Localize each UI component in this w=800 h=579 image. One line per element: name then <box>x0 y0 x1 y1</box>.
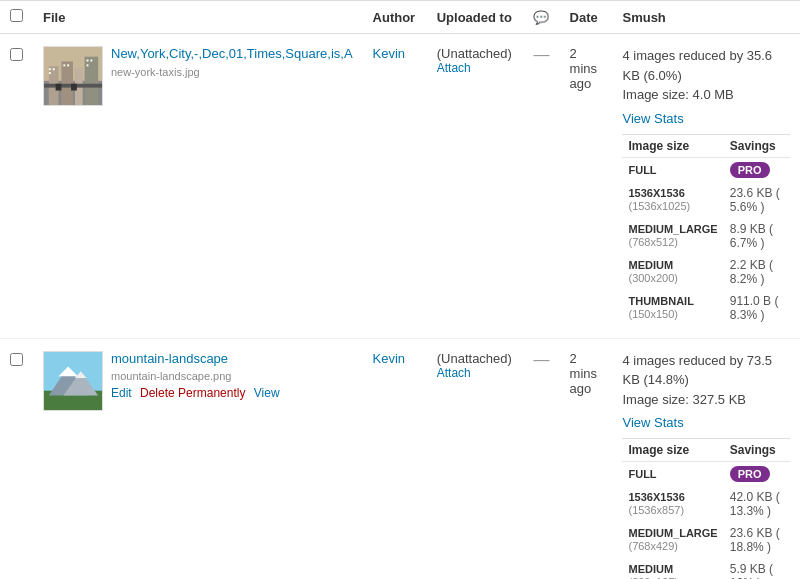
svg-rect-14 <box>87 64 89 66</box>
smush-cell: 4 images reduced by 35.6 KB (6.0%) Image… <box>612 34 800 339</box>
file-name: mountain-landscape.png <box>111 370 285 382</box>
smush-reduction: 4 images reduced by 73.5 KB (14.8%) <box>622 353 772 388</box>
svg-rect-11 <box>67 64 69 66</box>
view-stats-link[interactable]: View Stats <box>622 111 790 126</box>
svg-rect-9 <box>49 72 51 74</box>
svg-rect-15 <box>56 84 62 91</box>
smush-table-row: 1536X1536 (1536x1025) 23.6 KB ( 5.6% ) <box>622 182 790 218</box>
attach-link[interactable]: Attach <box>437 366 514 380</box>
comment-dash: — <box>533 46 549 63</box>
row-checkbox-cell <box>0 338 33 579</box>
smush-summary: 4 images reduced by 73.5 KB (14.8%) Imag… <box>622 351 790 410</box>
smush-table-row: MEDIUM_LARGE (768x512) 8.9 KB ( 6.7% ) <box>622 218 790 254</box>
svg-rect-10 <box>63 64 65 66</box>
smush-table-body: FULL PRO 1536X1536 (1536x1025) 23.6 KB (… <box>622 157 790 326</box>
svg-rect-13 <box>90 60 92 62</box>
smush-size-cell: MEDIUM_LARGE (768x429) <box>622 522 723 558</box>
header-author: Author <box>363 1 427 34</box>
savings-value: 23.6 KB ( 18.8% ) <box>730 526 780 554</box>
file-thumbnail-area: mountain-landscape mountain-landscape.pn… <box>43 351 353 411</box>
media-library-table: File Author Uploaded to 💬 Date Smush <box>0 0 800 579</box>
svg-rect-8 <box>53 68 55 70</box>
select-all-checkbox[interactable] <box>10 9 23 22</box>
edit-link[interactable]: Edit <box>111 386 132 400</box>
author-link[interactable]: Kevin <box>373 351 406 366</box>
unattached-status: (Unattached) <box>437 351 512 366</box>
smush-table-row: MEDIUM_LARGE (768x429) 23.6 KB ( 18.8% ) <box>622 522 790 558</box>
file-info: mountain-landscape mountain-landscape.pn… <box>111 351 285 401</box>
savings-value: 911.0 B ( 8.3% ) <box>730 294 779 322</box>
smush-size-cell: 1536X1536 (1536x1025) <box>622 182 723 218</box>
size-label: MEDIUM_LARGE <box>628 223 717 235</box>
row-checkbox[interactable] <box>10 48 23 61</box>
header-file: File <box>33 1 363 34</box>
savings-value: 23.6 KB ( 5.6% ) <box>730 186 780 214</box>
uploaded-info: (Unattached) Attach <box>437 46 514 75</box>
comment-dash: — <box>533 351 549 368</box>
size-label: 1536X1536 <box>628 491 717 503</box>
size-label: MEDIUM <box>628 259 717 271</box>
smush-savings-cell: 42.0 KB ( 13.3% ) <box>724 486 790 522</box>
thumbnail-image <box>43 351 103 411</box>
file-info: New,York,City,-,Dec,01,Times,Square,is,A… <box>111 46 353 82</box>
savings-value: 8.9 KB ( 6.7% ) <box>730 222 773 250</box>
size-dims: (1536x857) <box>628 504 684 516</box>
smush-savings-cell: 911.0 B ( 8.3% ) <box>724 290 790 326</box>
smush-table-row: THUMBNAIL (150x150) 911.0 B ( 8.3% ) <box>622 290 790 326</box>
header-checkbox-col <box>0 1 33 34</box>
view-stats-link[interactable]: View Stats <box>622 415 790 430</box>
pro-badge: PRO <box>730 162 770 178</box>
size-label: 1536X1536 <box>628 187 717 199</box>
file-title[interactable]: mountain-landscape <box>111 351 285 368</box>
svg-rect-5 <box>85 57 99 105</box>
smush-savings-cell: 2.2 KB ( 8.2% ) <box>724 254 790 290</box>
smush-header-size: Image size <box>622 439 723 462</box>
smush-table-row: MEDIUM (300x200) 2.2 KB ( 8.2% ) <box>622 254 790 290</box>
delete-link[interactable]: Delete Permanently <box>140 386 245 400</box>
size-dims: (150x150) <box>628 308 678 320</box>
attach-link[interactable]: Attach <box>437 61 514 75</box>
uploaded-cell: (Unattached) Attach <box>427 34 524 339</box>
smush-summary: 4 images reduced by 35.6 KB (6.0%) Image… <box>622 46 790 105</box>
smush-reduction: 4 images reduced by 35.6 KB (6.0%) <box>622 48 772 83</box>
size-label: MEDIUM_LARGE <box>628 527 717 539</box>
smush-cell: 4 images reduced by 73.5 KB (14.8%) Imag… <box>612 338 800 579</box>
view-link[interactable]: View <box>254 386 280 400</box>
smush-savings-cell: 23.6 KB ( 18.8% ) <box>724 522 790 558</box>
row-checkbox-cell <box>0 34 33 339</box>
header-smush: Smush <box>612 1 800 34</box>
smush-size-cell: MEDIUM (300x200) <box>622 254 723 290</box>
smush-table-header: Image size Savings <box>622 134 790 157</box>
smush-table-row: FULL PRO <box>622 462 790 487</box>
size-dims: (768x429) <box>628 540 678 552</box>
row-checkbox[interactable] <box>10 353 23 366</box>
author-link[interactable]: Kevin <box>373 46 406 61</box>
file-cell: New,York,City,-,Dec,01,Times,Square,is,A… <box>33 34 363 339</box>
comment-cell: — <box>523 34 559 339</box>
smush-details-table: Image size Savings FULL PRO 1536X1536 <box>622 134 790 326</box>
date-cell: 2 mins ago <box>560 338 613 579</box>
date-value: 2 mins ago <box>570 351 597 396</box>
smush-savings-cell: 5.9 KB ( 16% ) <box>724 558 790 579</box>
pro-badge: PRO <box>730 466 770 482</box>
file-title[interactable]: New,York,City,-,Dec,01,Times,Square,is,A <box>111 46 353 63</box>
smush-table-body: FULL PRO 1536X1536 (1536x857) 42.0 KB ( … <box>622 462 790 580</box>
size-label: MEDIUM <box>628 563 717 575</box>
smush-savings-cell: PRO <box>724 157 790 182</box>
header-date: Date <box>560 1 613 34</box>
size-label: FULL <box>628 468 717 480</box>
smush-details-table: Image size Savings FULL PRO 1536X1536 <box>622 438 790 579</box>
author-cell: Kevin <box>363 34 427 339</box>
svg-rect-7 <box>49 68 51 70</box>
smush-savings-cell: 23.6 KB ( 5.6% ) <box>724 182 790 218</box>
svg-rect-12 <box>87 60 89 62</box>
header-uploaded: Uploaded to <box>427 1 524 34</box>
header-comment: 💬 <box>523 1 559 34</box>
smush-table-row: FULL PRO <box>622 157 790 182</box>
smush-savings-cell: 8.9 KB ( 6.7% ) <box>724 218 790 254</box>
thumbnail-image <box>43 46 103 106</box>
size-label: THUMBNAIL <box>628 295 717 307</box>
comment-cell: — <box>523 338 559 579</box>
table-header: File Author Uploaded to 💬 Date Smush <box>0 1 800 34</box>
savings-value: 2.2 KB ( 8.2% ) <box>730 258 773 286</box>
